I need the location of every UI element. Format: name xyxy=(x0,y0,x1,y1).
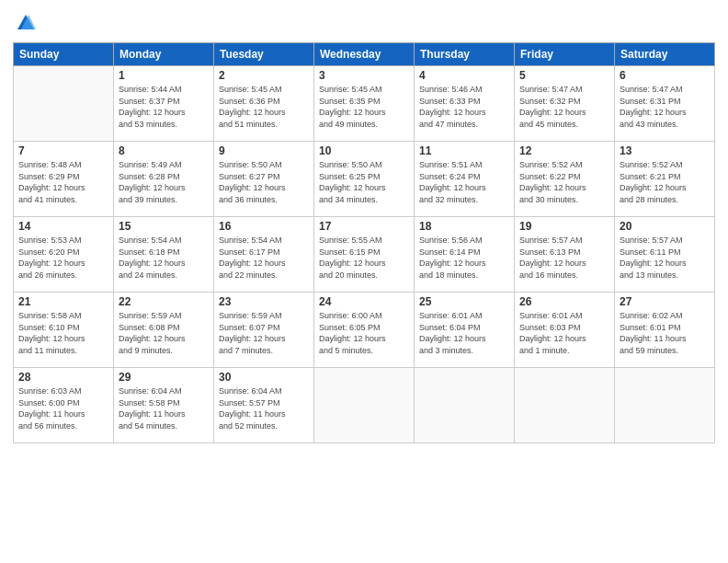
col-sunday: Sunday xyxy=(14,43,114,66)
day-number: 27 xyxy=(620,295,710,308)
calendar-cell: 2Sunrise: 5:45 AMSunset: 6:36 PMDaylight… xyxy=(214,66,314,142)
day-info: Sunrise: 5:51 AMSunset: 6:24 PMDaylight:… xyxy=(419,159,509,205)
day-number: 4 xyxy=(419,69,509,82)
day-number: 30 xyxy=(219,371,309,384)
day-info: Sunrise: 5:57 AMSunset: 6:11 PMDaylight:… xyxy=(620,235,710,281)
calendar-cell: 7Sunrise: 5:48 AMSunset: 6:29 PMDaylight… xyxy=(14,142,114,217)
calendar-cell: 24Sunrise: 6:00 AMSunset: 6:05 PMDayligh… xyxy=(314,293,415,368)
calendar-cell: 5Sunrise: 5:47 AMSunset: 6:32 PMDaylight… xyxy=(515,66,615,142)
day-number: 13 xyxy=(620,144,710,157)
day-info: Sunrise: 6:00 AMSunset: 6:05 PMDaylight:… xyxy=(319,310,409,356)
day-number: 7 xyxy=(18,144,108,157)
day-info: Sunrise: 5:44 AMSunset: 6:37 PMDaylight:… xyxy=(119,84,209,130)
day-number: 24 xyxy=(319,295,409,308)
calendar-cell: 11Sunrise: 5:51 AMSunset: 6:24 PMDayligh… xyxy=(415,142,515,217)
day-info: Sunrise: 5:59 AMSunset: 6:08 PMDaylight:… xyxy=(119,310,209,356)
calendar-cell: 30Sunrise: 6:04 AMSunset: 5:57 PMDayligh… xyxy=(214,368,314,443)
day-number: 11 xyxy=(419,144,509,157)
calendar-cell xyxy=(14,66,114,142)
day-info: Sunrise: 5:50 AMSunset: 6:25 PMDaylight:… xyxy=(319,159,409,205)
day-info: Sunrise: 5:54 AMSunset: 6:18 PMDaylight:… xyxy=(119,235,209,281)
day-number: 26 xyxy=(519,295,609,308)
calendar-cell: 28Sunrise: 6:03 AMSunset: 6:00 PMDayligh… xyxy=(14,368,114,443)
day-info: Sunrise: 5:53 AMSunset: 6:20 PMDaylight:… xyxy=(18,235,108,281)
day-number: 15 xyxy=(119,220,209,233)
calendar-cell: 23Sunrise: 5:59 AMSunset: 6:07 PMDayligh… xyxy=(214,293,314,368)
calendar-cell xyxy=(515,368,615,443)
col-tuesday: Tuesday xyxy=(214,43,314,66)
day-info: Sunrise: 5:49 AMSunset: 6:28 PMDaylight:… xyxy=(119,159,209,205)
day-info: Sunrise: 5:52 AMSunset: 6:21 PMDaylight:… xyxy=(620,159,710,205)
day-info: Sunrise: 5:48 AMSunset: 6:29 PMDaylight:… xyxy=(18,159,108,205)
day-info: Sunrise: 5:46 AMSunset: 6:33 PMDaylight:… xyxy=(419,84,509,130)
calendar-cell xyxy=(615,368,715,443)
calendar-cell: 14Sunrise: 5:53 AMSunset: 6:20 PMDayligh… xyxy=(14,217,114,293)
day-number: 16 xyxy=(219,220,309,233)
day-info: Sunrise: 5:54 AMSunset: 6:17 PMDaylight:… xyxy=(219,235,309,281)
logo-icon xyxy=(16,13,36,33)
week-row-5: 28Sunrise: 6:03 AMSunset: 6:00 PMDayligh… xyxy=(14,368,715,443)
calendar-cell: 21Sunrise: 5:58 AMSunset: 6:10 PMDayligh… xyxy=(14,293,114,368)
calendar-table: Sunday Monday Tuesday Wednesday Thursday… xyxy=(13,42,715,443)
day-number: 28 xyxy=(18,371,108,384)
calendar-cell: 27Sunrise: 6:02 AMSunset: 6:01 PMDayligh… xyxy=(615,293,715,368)
calendar-cell: 18Sunrise: 5:56 AMSunset: 6:14 PMDayligh… xyxy=(415,217,515,293)
day-info: Sunrise: 5:55 AMSunset: 6:15 PMDaylight:… xyxy=(319,235,409,281)
day-number: 21 xyxy=(18,295,108,308)
calendar-cell: 12Sunrise: 5:52 AMSunset: 6:22 PMDayligh… xyxy=(515,142,615,217)
day-number: 6 xyxy=(620,69,710,82)
day-number: 9 xyxy=(219,144,309,157)
day-number: 20 xyxy=(620,220,710,233)
calendar-cell: 10Sunrise: 5:50 AMSunset: 6:25 PMDayligh… xyxy=(314,142,415,217)
calendar-cell: 6Sunrise: 5:47 AMSunset: 6:31 PMDaylight… xyxy=(615,66,715,142)
calendar-cell: 1Sunrise: 5:44 AMSunset: 6:37 PMDaylight… xyxy=(114,66,214,142)
week-row-4: 21Sunrise: 5:58 AMSunset: 6:10 PMDayligh… xyxy=(14,293,715,368)
calendar-cell: 20Sunrise: 5:57 AMSunset: 6:11 PMDayligh… xyxy=(615,217,715,293)
calendar-cell: 22Sunrise: 5:59 AMSunset: 6:08 PMDayligh… xyxy=(114,293,214,368)
col-saturday: Saturday xyxy=(615,43,715,66)
week-row-2: 7Sunrise: 5:48 AMSunset: 6:29 PMDaylight… xyxy=(14,142,715,217)
week-row-3: 14Sunrise: 5:53 AMSunset: 6:20 PMDayligh… xyxy=(14,217,715,293)
header-row: Sunday Monday Tuesday Wednesday Thursday… xyxy=(14,43,715,66)
day-number: 14 xyxy=(18,220,108,233)
day-number: 12 xyxy=(519,144,609,157)
day-number: 1 xyxy=(119,69,209,82)
calendar-cell: 19Sunrise: 5:57 AMSunset: 6:13 PMDayligh… xyxy=(515,217,615,293)
day-info: Sunrise: 5:59 AMSunset: 6:07 PMDaylight:… xyxy=(219,310,309,356)
week-row-1: 1Sunrise: 5:44 AMSunset: 6:37 PMDaylight… xyxy=(14,66,715,142)
day-info: Sunrise: 5:47 AMSunset: 6:32 PMDaylight:… xyxy=(519,84,609,130)
day-number: 23 xyxy=(219,295,309,308)
day-info: Sunrise: 5:45 AMSunset: 6:36 PMDaylight:… xyxy=(219,84,309,130)
day-info: Sunrise: 5:45 AMSunset: 6:35 PMDaylight:… xyxy=(319,84,409,130)
col-thursday: Thursday xyxy=(415,43,515,66)
day-info: Sunrise: 5:47 AMSunset: 6:31 PMDaylight:… xyxy=(620,84,710,130)
calendar-cell: 17Sunrise: 5:55 AMSunset: 6:15 PMDayligh… xyxy=(314,217,415,293)
day-number: 29 xyxy=(119,371,209,384)
calendar-cell: 16Sunrise: 5:54 AMSunset: 6:17 PMDayligh… xyxy=(214,217,314,293)
day-number: 5 xyxy=(519,69,609,82)
day-info: Sunrise: 6:02 AMSunset: 6:01 PMDaylight:… xyxy=(620,310,710,356)
day-number: 17 xyxy=(319,220,409,233)
calendar-cell: 25Sunrise: 6:01 AMSunset: 6:04 PMDayligh… xyxy=(415,293,515,368)
day-number: 8 xyxy=(119,144,209,157)
day-number: 19 xyxy=(519,220,609,233)
day-number: 3 xyxy=(319,69,409,82)
col-wednesday: Wednesday xyxy=(314,43,415,66)
calendar-cell: 4Sunrise: 5:46 AMSunset: 6:33 PMDaylight… xyxy=(415,66,515,142)
col-friday: Friday xyxy=(515,43,615,66)
calendar-cell: 8Sunrise: 5:49 AMSunset: 6:28 PMDaylight… xyxy=(114,142,214,217)
day-number: 18 xyxy=(419,220,509,233)
day-info: Sunrise: 5:56 AMSunset: 6:14 PMDaylight:… xyxy=(419,235,509,281)
day-number: 25 xyxy=(419,295,509,308)
day-info: Sunrise: 5:50 AMSunset: 6:27 PMDaylight:… xyxy=(219,159,309,205)
calendar-cell: 3Sunrise: 5:45 AMSunset: 6:35 PMDaylight… xyxy=(314,66,415,142)
calendar-cell xyxy=(314,368,415,443)
header xyxy=(13,9,715,35)
logo xyxy=(13,15,36,35)
day-info: Sunrise: 6:01 AMSunset: 6:04 PMDaylight:… xyxy=(419,310,509,356)
calendar-cell: 15Sunrise: 5:54 AMSunset: 6:18 PMDayligh… xyxy=(114,217,214,293)
page: Sunday Monday Tuesday Wednesday Thursday… xyxy=(0,0,728,563)
calendar-cell: 9Sunrise: 5:50 AMSunset: 6:27 PMDaylight… xyxy=(214,142,314,217)
col-monday: Monday xyxy=(114,43,214,66)
day-info: Sunrise: 6:04 AMSunset: 5:58 PMDaylight:… xyxy=(119,385,209,431)
